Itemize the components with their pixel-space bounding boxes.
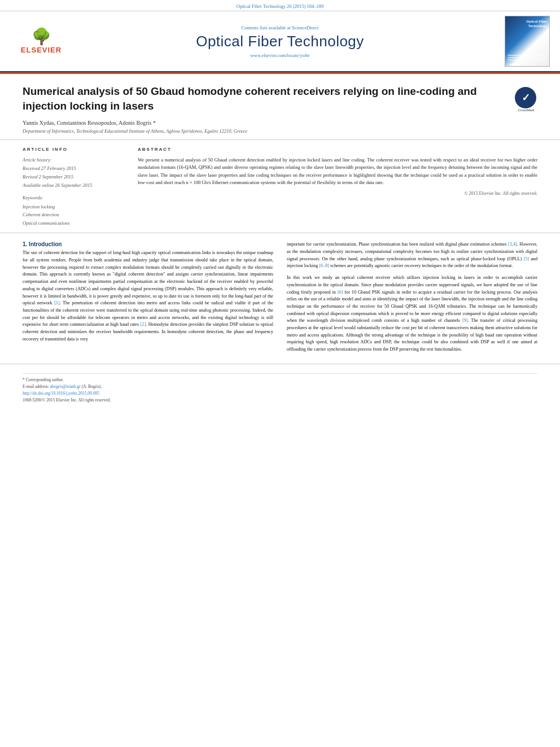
email-label-text: E-mail address: bbox=[23, 384, 49, 389]
article-title-block: Numerical analysis of 50 Gbaud homodyne … bbox=[23, 84, 504, 134]
doi-link[interactable]: http://dx.doi.org/10.1016/j.yofte.2015.0… bbox=[23, 391, 99, 396]
history-heading-text: Article history: bbox=[23, 157, 52, 163]
copyright-line: © 2015 Elsevier Inc. All rights reserved… bbox=[138, 191, 537, 196]
ref-1[interactable]: [1] bbox=[54, 300, 60, 305]
article-info-heading: ARTICLE INFO bbox=[23, 147, 124, 152]
authors-text: Yannis Xydas, Constantinos Ressopoulos, … bbox=[23, 120, 156, 126]
article-title-section: Numerical analysis of 50 Gbaud homodyne … bbox=[0, 74, 560, 140]
ref-9[interactable]: [9] bbox=[462, 318, 468, 323]
cover-decorative-lines bbox=[508, 55, 547, 62]
keyword-3: Optical communications bbox=[23, 219, 124, 227]
revised-date: Revised 2 September 2015 bbox=[23, 173, 124, 181]
section1-left-text: The use of coherent detection for the su… bbox=[23, 250, 273, 343]
elsevier-logo: 🌳 ELSEVIER bbox=[10, 29, 72, 54]
corresponding-author-text: * Corresponding author. bbox=[23, 377, 64, 382]
journal-url[interactable]: www.elsevier.com/locate/yofte bbox=[72, 53, 488, 58]
received-date: Received 27 February 2015 bbox=[23, 165, 124, 172]
keywords-heading-text: Keywords: bbox=[23, 195, 43, 200]
crossmark-badge: ✓ CrossMark bbox=[515, 87, 537, 110]
email-suffix-text: (A. Bogris). bbox=[81, 384, 102, 389]
main-body-section: 1. Introduction The use of coherent dete… bbox=[0, 233, 560, 364]
journal-cover-block: Optical FiberTechnology bbox=[488, 16, 550, 67]
ref-3-4[interactable]: [3,4] bbox=[508, 242, 517, 247]
journal-header: 🌳 ELSEVIER Contents lists available at S… bbox=[0, 11, 560, 72]
article-title: Numerical analysis of 50 Gbaud homodyne … bbox=[23, 84, 504, 113]
corresponding-author-note: * Corresponding author. bbox=[23, 377, 537, 382]
publisher-logo-block: 🌳 ELSEVIER bbox=[10, 29, 72, 54]
doi-line: http://dx.doi.org/10.1016/j.yofte.2015.0… bbox=[23, 391, 537, 396]
email-line: E-mail address: abogris@teiath.gr (A. Bo… bbox=[23, 384, 537, 389]
abstract-text: We present a numerical analysis of 50 Gb… bbox=[138, 156, 537, 186]
article-affiliation: Department of Informatics, Technological… bbox=[23, 128, 504, 134]
crossmark-symbol: ✓ bbox=[522, 91, 530, 104]
ref-5[interactable]: [5] bbox=[523, 256, 529, 261]
article-info-abstract-section: ARTICLE INFO Article history: Received 2… bbox=[0, 140, 560, 233]
journal-citation: Optical Fiber Technology 26 (2015) 184–1… bbox=[237, 3, 323, 9]
article-authors: Yannis Xydas, Constantinos Ressopoulos, … bbox=[23, 120, 504, 126]
crossmark-circle: ✓ bbox=[515, 87, 536, 108]
keywords-label: Keywords: bbox=[23, 194, 124, 202]
abstract-heading: ABSTRACT bbox=[138, 147, 537, 152]
footer-divider bbox=[23, 373, 537, 374]
sciencedirect-line: Contents lists available at ScienceDirec… bbox=[72, 25, 488, 30]
journal-citation-bar: Optical Fiber Technology 26 (2015) 184–1… bbox=[0, 0, 560, 11]
sciencedirect-link[interactable]: ScienceDirect bbox=[292, 25, 319, 30]
section1-heading: 1. Introduction bbox=[23, 241, 273, 247]
section1-right-text-2: In this work we study an optical coheren… bbox=[287, 274, 537, 353]
author-email-link[interactable]: abogris@teiath.gr bbox=[50, 384, 81, 389]
issn-line: 1068-5200/© 2015 Elsevier Inc. All right… bbox=[23, 397, 537, 403]
abstract-column: ABSTRACT We present a numerical analysis… bbox=[138, 147, 537, 227]
keyword-1: Injection locking bbox=[23, 203, 124, 211]
journal-cover-image: Optical FiberTechnology bbox=[505, 16, 550, 67]
elsevier-tree-icon: 🌳 bbox=[32, 29, 51, 45]
article-info-column: ARTICLE INFO Article history: Received 2… bbox=[23, 147, 124, 227]
cover-title-text: Optical FiberTechnology bbox=[526, 20, 547, 29]
crossmark-label: CrossMark bbox=[515, 108, 537, 112]
ref-6[interactable]: [6] bbox=[338, 290, 343, 295]
journal-title: Optical Fiber Technology bbox=[72, 33, 488, 50]
body-right-column: important for carrier synchronization. P… bbox=[287, 241, 537, 358]
article-history-label: Article history: bbox=[23, 156, 124, 164]
ref-6-8[interactable]: [6–8] bbox=[319, 263, 329, 268]
body-left-column: 1. Introduction The use of coherent dete… bbox=[23, 241, 273, 358]
section1-right-text-1: important for carrier synchronization. P… bbox=[287, 241, 537, 270]
elsevier-text: ELSEVIER bbox=[21, 46, 62, 54]
journal-info-center: Contents lists available at ScienceDirec… bbox=[72, 25, 488, 58]
keywords-section: Keywords: Injection locking Coherent det… bbox=[23, 194, 124, 227]
contents-available-text: Contents lists available at bbox=[242, 25, 291, 30]
page-footer: * Corresponding author. E-mail address: … bbox=[0, 364, 560, 408]
available-date: Available online 26 September 2015 bbox=[23, 182, 124, 189]
ref-2[interactable]: [2] bbox=[141, 322, 146, 327]
keyword-2: Coherent detection bbox=[23, 211, 124, 219]
